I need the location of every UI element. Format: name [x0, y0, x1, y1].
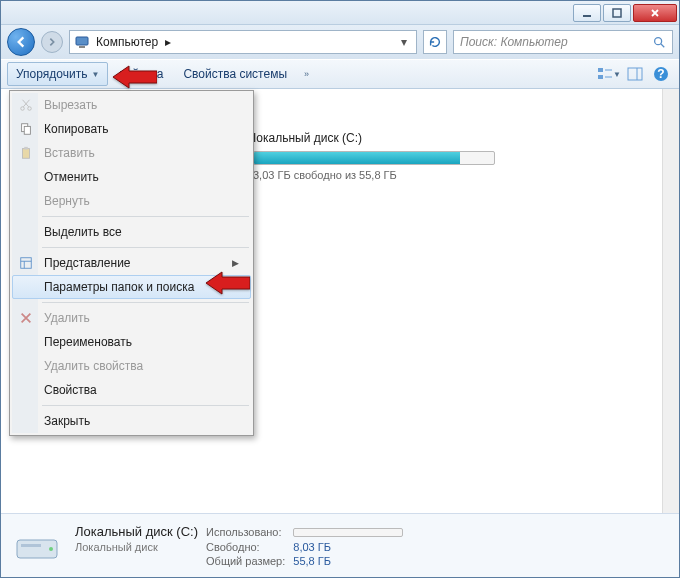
svg-marker-26 — [113, 66, 157, 88]
drive-usage-bar — [253, 151, 495, 165]
explorer-window: Компьютер ▸ ▾ Поиск: Компьютер Упорядочи… — [0, 0, 680, 578]
breadcrumb[interactable]: Компьютер ▸ — [96, 35, 390, 49]
total-label: Общий размер: — [206, 555, 285, 567]
menu-rename[interactable]: Переименовать — [12, 330, 251, 354]
svg-rect-3 — [79, 46, 85, 48]
svg-line-5 — [661, 44, 665, 48]
menu-paste[interactable]: Вставить — [12, 141, 251, 165]
chevron-down-icon: ▼ — [91, 70, 99, 79]
menu-delete[interactable]: Удалить — [12, 306, 251, 330]
svg-point-4 — [655, 38, 662, 45]
svg-point-17 — [21, 107, 25, 111]
layout-icon — [18, 255, 34, 271]
svg-point-15 — [49, 547, 53, 551]
details-pane: Локальный диск (C:) Использовано: Локаль… — [1, 513, 679, 577]
svg-marker-27 — [206, 272, 250, 294]
menu-props[interactable]: Свойства — [12, 378, 251, 402]
cut-icon — [18, 97, 34, 113]
delete-icon — [18, 310, 34, 326]
svg-rect-6 — [598, 68, 603, 72]
annotation-arrow-1 — [113, 63, 157, 94]
submenu-arrow-icon: ▶ — [232, 258, 239, 268]
vertical-scrollbar[interactable] — [662, 89, 679, 513]
help-button[interactable]: ? — [649, 62, 673, 86]
free-value: 8,03 ГБ — [293, 541, 403, 553]
svg-rect-7 — [598, 75, 603, 79]
drive-icon — [13, 526, 61, 566]
search-placeholder: Поиск: Компьютер — [460, 35, 568, 49]
drive-label: Іокальный диск (C:) — [253, 131, 495, 147]
svg-rect-2 — [76, 37, 88, 45]
close-button[interactable] — [633, 4, 677, 22]
details-title: Локальный диск (C:) — [75, 524, 198, 539]
nav-forward-button[interactable] — [41, 31, 63, 53]
toolbar-overflow-icon[interactable]: » — [298, 69, 315, 79]
free-label: Свободно: — [206, 541, 260, 553]
drive-subtext: 3,03 ГБ свободно из 55,8 ГБ — [253, 169, 495, 181]
svg-rect-0 — [583, 15, 591, 17]
maximize-button[interactable] — [603, 4, 631, 22]
menu-undo[interactable]: Отменить — [12, 165, 251, 189]
toolbar: Упорядочить ▼ войства Свойства системы »… — [1, 59, 679, 89]
preview-pane-button[interactable] — [623, 62, 647, 86]
total-value: 55,8 ГБ — [293, 555, 403, 567]
menu-select-all[interactable]: Выделить все — [12, 220, 251, 244]
view-icons-button[interactable]: ▼ — [597, 62, 621, 86]
svg-text:?: ? — [657, 67, 664, 81]
used-label: Использовано: — [206, 526, 282, 538]
address-bar-row: Компьютер ▸ ▾ Поиск: Компьютер — [1, 25, 679, 59]
refresh-button[interactable] — [423, 30, 447, 54]
svg-rect-10 — [628, 68, 642, 80]
svg-point-18 — [28, 107, 32, 111]
system-properties-button[interactable]: Свойства системы — [174, 62, 296, 86]
svg-rect-21 — [23, 149, 30, 159]
address-dropdown-icon[interactable]: ▾ — [396, 35, 412, 49]
used-bar — [293, 528, 403, 537]
menu-redo[interactable]: Вернуть — [12, 189, 251, 213]
menu-close[interactable]: Закрыть — [12, 409, 251, 433]
menu-cut[interactable]: Вырезать — [12, 93, 251, 117]
annotation-arrow-2 — [206, 269, 250, 300]
paste-icon — [18, 145, 34, 161]
details-subtitle: Локальный диск — [75, 541, 198, 553]
organize-label: Упорядочить — [16, 67, 87, 81]
menu-copy[interactable]: Копировать — [12, 117, 251, 141]
nav-back-button[interactable] — [7, 28, 35, 56]
computer-icon — [74, 34, 90, 50]
drive-item[interactable]: Іокальный диск (C:) 3,03 ГБ свободно из … — [249, 127, 499, 185]
copy-icon — [18, 121, 34, 137]
search-input[interactable]: Поиск: Компьютер — [453, 30, 673, 54]
organize-menu: Вырезать Копировать Вставить Отменить Ве… — [9, 90, 254, 436]
svg-rect-1 — [613, 9, 621, 17]
chevron-down-icon: ▼ — [613, 70, 621, 79]
svg-rect-23 — [21, 258, 32, 269]
search-icon — [652, 35, 666, 49]
svg-rect-22 — [24, 147, 28, 150]
minimize-button[interactable] — [573, 4, 601, 22]
titlebar — [1, 1, 679, 25]
menu-remove-props[interactable]: Удалить свойства — [12, 354, 251, 378]
svg-rect-16 — [21, 544, 41, 547]
address-bar[interactable]: Компьютер ▸ ▾ — [69, 30, 417, 54]
organize-button[interactable]: Упорядочить ▼ — [7, 62, 108, 86]
svg-rect-20 — [24, 126, 30, 134]
